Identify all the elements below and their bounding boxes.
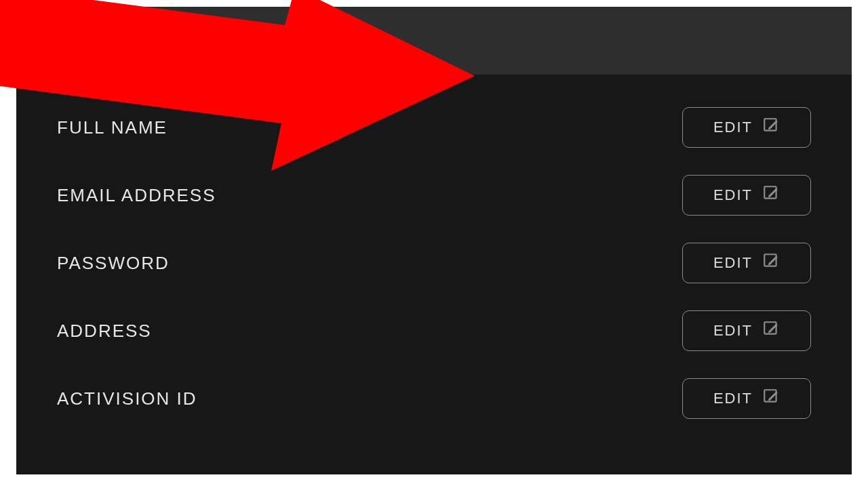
panel-header: tion — [16, 7, 852, 75]
row-activision-id: ACTIVISION ID EDIT — [57, 365, 811, 432]
panel-title: tion — [57, 28, 100, 54]
label-full-name: FULL NAME — [57, 117, 167, 138]
label-email-address: EMAIL ADDRESS — [57, 185, 216, 206]
edit-icon — [762, 388, 780, 409]
label-activision-id: ACTIVISION ID — [57, 388, 197, 409]
account-info-panel: tion FULL NAME EDIT EMAIL ADDRESS EDIT P… — [16, 7, 852, 474]
edit-button-password[interactable]: EDIT — [682, 243, 811, 283]
edit-button-label: EDIT — [713, 322, 753, 340]
edit-button-address[interactable]: EDIT — [682, 310, 811, 351]
row-password: PASSWORD EDIT — [57, 229, 811, 297]
row-address: ADDRESS EDIT — [57, 297, 811, 365]
edit-button-label: EDIT — [713, 186, 753, 204]
edit-button-full-name[interactable]: EDIT — [682, 107, 811, 148]
edit-icon — [762, 184, 780, 206]
edit-button-label: EDIT — [713, 390, 753, 407]
row-email-address: EMAIL ADDRESS EDIT — [57, 161, 811, 229]
edit-button-email-address[interactable]: EDIT — [682, 175, 811, 216]
row-full-name: FULL NAME EDIT — [57, 94, 811, 161]
label-password: PASSWORD — [57, 253, 170, 274]
edit-icon — [762, 320, 780, 342]
edit-button-activision-id[interactable]: EDIT — [682, 378, 811, 419]
edit-button-label: EDIT — [713, 119, 753, 136]
edit-icon — [762, 117, 780, 138]
settings-rows: FULL NAME EDIT EMAIL ADDRESS EDIT PASSWO… — [16, 75, 852, 432]
edit-icon — [762, 252, 780, 274]
edit-button-label: EDIT — [713, 254, 753, 272]
label-address: ADDRESS — [57, 321, 152, 342]
